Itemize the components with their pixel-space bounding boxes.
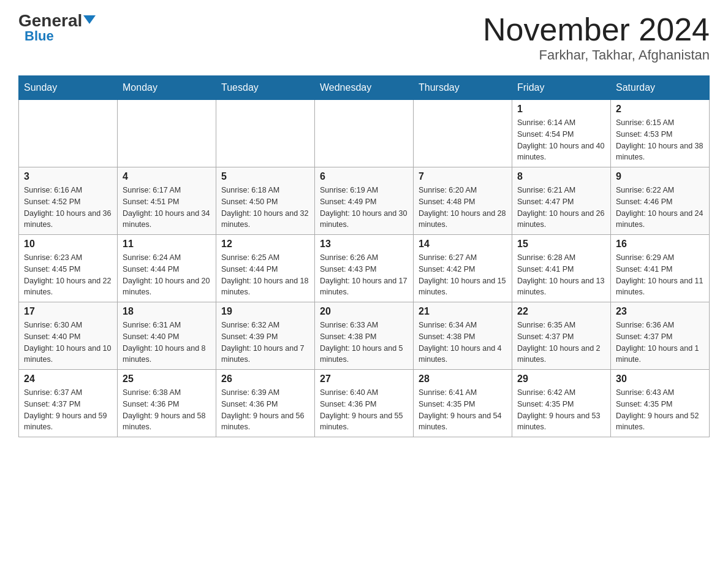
- day-info: Sunrise: 6:37 AMSunset: 4:37 PMDaylight:…: [24, 387, 112, 433]
- day-number: 23: [616, 306, 704, 317]
- day-info: Sunrise: 6:41 AMSunset: 4:35 PMDaylight:…: [419, 387, 507, 433]
- day-number: 15: [517, 239, 605, 250]
- day-info: Sunrise: 6:28 AMSunset: 4:41 PMDaylight:…: [517, 252, 605, 298]
- calendar-cell: 8Sunrise: 6:21 AMSunset: 4:47 PMDaylight…: [512, 167, 611, 235]
- day-number: 11: [123, 239, 211, 250]
- day-info: Sunrise: 6:25 AMSunset: 4:44 PMDaylight:…: [221, 252, 309, 298]
- day-number: 10: [24, 239, 112, 250]
- day-number: 18: [123, 306, 211, 317]
- calendar-week-row: 17Sunrise: 6:30 AMSunset: 4:40 PMDayligh…: [19, 302, 710, 370]
- calendar-cell: 6Sunrise: 6:19 AMSunset: 4:49 PMDaylight…: [315, 167, 414, 235]
- calendar-cell: 30Sunrise: 6:43 AMSunset: 4:35 PMDayligh…: [611, 370, 710, 437]
- calendar-cell: [414, 100, 512, 167]
- calendar-cell: 14Sunrise: 6:27 AMSunset: 4:42 PMDayligh…: [414, 235, 512, 302]
- calendar-cell: 18Sunrise: 6:31 AMSunset: 4:40 PMDayligh…: [118, 302, 216, 370]
- day-number: 28: [419, 373, 507, 385]
- calendar-cell: 13Sunrise: 6:26 AMSunset: 4:43 PMDayligh…: [315, 235, 414, 302]
- calendar-cell: 17Sunrise: 6:30 AMSunset: 4:40 PMDayligh…: [19, 302, 118, 370]
- day-info: Sunrise: 6:15 AMSunset: 4:53 PMDaylight:…: [616, 117, 704, 163]
- calendar-cell: 1Sunrise: 6:14 AMSunset: 4:54 PMDaylight…: [512, 100, 611, 167]
- day-number: 17: [24, 306, 112, 317]
- day-info: Sunrise: 6:22 AMSunset: 4:46 PMDaylight:…: [616, 185, 704, 231]
- day-info: Sunrise: 6:39 AMSunset: 4:36 PMDaylight:…: [221, 387, 309, 433]
- page-subtitle: Farkhar, Takhar, Afghanistan: [483, 47, 710, 63]
- day-number: 16: [616, 239, 704, 250]
- day-info: Sunrise: 6:33 AMSunset: 4:38 PMDaylight:…: [320, 320, 408, 366]
- day-info: Sunrise: 6:40 AMSunset: 4:36 PMDaylight:…: [320, 387, 408, 433]
- logo-general-text: General: [18, 12, 96, 29]
- day-number: 1: [517, 104, 605, 115]
- calendar-cell: 10Sunrise: 6:23 AMSunset: 4:45 PMDayligh…: [19, 235, 118, 302]
- logo: General Blue: [18, 12, 96, 44]
- day-number: 21: [419, 306, 507, 317]
- day-info: Sunrise: 6:24 AMSunset: 4:44 PMDaylight:…: [123, 252, 211, 298]
- day-of-week-header: Tuesday: [216, 76, 315, 100]
- calendar-cell: 2Sunrise: 6:15 AMSunset: 4:53 PMDaylight…: [611, 100, 710, 167]
- day-number: 25: [123, 373, 211, 385]
- day-number: 13: [320, 239, 408, 250]
- day-info: Sunrise: 6:16 AMSunset: 4:52 PMDaylight:…: [24, 185, 112, 231]
- day-of-week-header: Friday: [512, 76, 611, 100]
- calendar-cell: 23Sunrise: 6:36 AMSunset: 4:37 PMDayligh…: [611, 302, 710, 370]
- calendar-cell: 4Sunrise: 6:17 AMSunset: 4:51 PMDaylight…: [118, 167, 216, 235]
- day-number: 12: [221, 239, 309, 250]
- day-number: 8: [517, 171, 605, 182]
- day-number: 26: [221, 373, 309, 385]
- calendar-cell: 28Sunrise: 6:41 AMSunset: 4:35 PMDayligh…: [414, 370, 512, 437]
- day-number: 14: [419, 239, 507, 250]
- day-info: Sunrise: 6:38 AMSunset: 4:36 PMDaylight:…: [123, 387, 211, 433]
- day-number: 19: [221, 306, 309, 317]
- calendar-cell: 20Sunrise: 6:33 AMSunset: 4:38 PMDayligh…: [315, 302, 414, 370]
- day-info: Sunrise: 6:30 AMSunset: 4:40 PMDaylight:…: [24, 320, 112, 366]
- calendar-cell: 26Sunrise: 6:39 AMSunset: 4:36 PMDayligh…: [216, 370, 315, 437]
- calendar-header-row: SundayMondayTuesdayWednesdayThursdayFrid…: [19, 76, 710, 100]
- calendar-cell: 11Sunrise: 6:24 AMSunset: 4:44 PMDayligh…: [118, 235, 216, 302]
- calendar-cell: 5Sunrise: 6:18 AMSunset: 4:50 PMDaylight…: [216, 167, 315, 235]
- calendar-cell: 16Sunrise: 6:29 AMSunset: 4:41 PMDayligh…: [611, 235, 710, 302]
- day-number: 6: [320, 171, 408, 182]
- calendar-cell: [216, 100, 315, 167]
- calendar-cell: 12Sunrise: 6:25 AMSunset: 4:44 PMDayligh…: [216, 235, 315, 302]
- title-block: November 2024 Farkhar, Takhar, Afghanist…: [483, 12, 710, 63]
- day-info: Sunrise: 6:17 AMSunset: 4:51 PMDaylight:…: [123, 185, 211, 231]
- day-info: Sunrise: 6:18 AMSunset: 4:50 PMDaylight:…: [221, 185, 309, 231]
- day-of-week-header: Saturday: [611, 76, 710, 100]
- calendar-cell: [315, 100, 414, 167]
- calendar-cell: 27Sunrise: 6:40 AMSunset: 4:36 PMDayligh…: [315, 370, 414, 437]
- day-info: Sunrise: 6:26 AMSunset: 4:43 PMDaylight:…: [320, 252, 408, 298]
- day-info: Sunrise: 6:21 AMSunset: 4:47 PMDaylight:…: [517, 185, 605, 231]
- day-number: 27: [320, 373, 408, 385]
- day-of-week-header: Thursday: [414, 76, 512, 100]
- page-title: November 2024: [483, 12, 710, 47]
- day-number: 20: [320, 306, 408, 317]
- calendar-cell: 25Sunrise: 6:38 AMSunset: 4:36 PMDayligh…: [118, 370, 216, 437]
- logo-blue-text: Blue: [25, 28, 54, 44]
- day-number: 24: [24, 373, 112, 385]
- calendar-cell: [19, 100, 118, 167]
- day-info: Sunrise: 6:23 AMSunset: 4:45 PMDaylight:…: [24, 252, 112, 298]
- calendar-cell: 9Sunrise: 6:22 AMSunset: 4:46 PMDaylight…: [611, 167, 710, 235]
- logo-triangle-icon: [83, 15, 96, 24]
- day-number: 4: [123, 171, 211, 182]
- calendar-cell: 21Sunrise: 6:34 AMSunset: 4:38 PMDayligh…: [414, 302, 512, 370]
- day-of-week-header: Wednesday: [315, 76, 414, 100]
- day-info: Sunrise: 6:42 AMSunset: 4:35 PMDaylight:…: [517, 387, 605, 433]
- day-info: Sunrise: 6:35 AMSunset: 4:37 PMDaylight:…: [517, 320, 605, 366]
- day-number: 22: [517, 306, 605, 317]
- calendar-week-row: 24Sunrise: 6:37 AMSunset: 4:37 PMDayligh…: [19, 370, 710, 437]
- day-info: Sunrise: 6:32 AMSunset: 4:39 PMDaylight:…: [221, 320, 309, 366]
- day-info: Sunrise: 6:14 AMSunset: 4:54 PMDaylight:…: [517, 117, 605, 163]
- calendar-cell: 7Sunrise: 6:20 AMSunset: 4:48 PMDaylight…: [414, 167, 512, 235]
- calendar-table: SundayMondayTuesdayWednesdayThursdayFrid…: [18, 75, 710, 437]
- calendar-cell: 15Sunrise: 6:28 AMSunset: 4:41 PMDayligh…: [512, 235, 611, 302]
- calendar-week-row: 1Sunrise: 6:14 AMSunset: 4:54 PMDaylight…: [19, 100, 710, 167]
- day-info: Sunrise: 6:43 AMSunset: 4:35 PMDaylight:…: [616, 387, 704, 433]
- day-of-week-header: Monday: [118, 76, 216, 100]
- calendar-week-row: 10Sunrise: 6:23 AMSunset: 4:45 PMDayligh…: [19, 235, 710, 302]
- day-number: 5: [221, 171, 309, 182]
- day-info: Sunrise: 6:31 AMSunset: 4:40 PMDaylight:…: [123, 320, 211, 366]
- calendar-cell: 24Sunrise: 6:37 AMSunset: 4:37 PMDayligh…: [19, 370, 118, 437]
- calendar-cell: [118, 100, 216, 167]
- day-number: 2: [616, 104, 704, 115]
- day-info: Sunrise: 6:20 AMSunset: 4:48 PMDaylight:…: [419, 185, 507, 231]
